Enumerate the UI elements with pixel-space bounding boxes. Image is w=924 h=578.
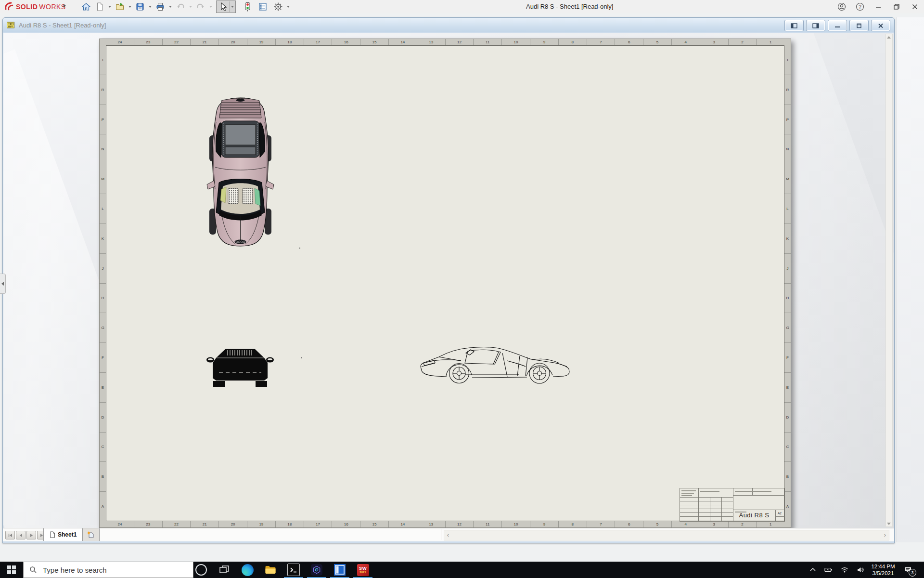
zone-label: 3 [700,39,728,45]
scroll-left-arrow[interactable]: ‹ [444,531,452,539]
add-sheet-icon [87,531,95,538]
graphics-viewport[interactable]: 242322212019181716151413121110987654321 … [3,33,894,528]
save-button[interactable] [134,1,146,13]
zone-label: 16 [332,521,360,527]
taskbar-item-cortana[interactable] [190,562,213,578]
new-file-button[interactable] [93,1,106,13]
display-properties-button[interactable] [257,1,269,13]
print-dropdown[interactable] [167,1,173,13]
close-button[interactable] [909,1,921,13]
options-dropdown[interactable] [285,1,291,13]
menu-expander-arrow[interactable] [64,4,66,8]
zone-label: 7 [587,521,615,527]
search-input[interactable] [42,565,179,575]
taskbar-item-task-view[interactable] [213,562,236,578]
account-button[interactable] [835,1,848,13]
zone-label: P [784,105,791,134]
zone-label: L [784,194,791,223]
start-button[interactable] [0,562,23,578]
minimize-button[interactable] [872,1,885,13]
zone-label: B [100,461,106,491]
scroll-up-arrow[interactable] [886,34,891,40]
system-tray: 12:44 PM 3/5/2021 3 [805,562,917,578]
taskbar-item-solidworks[interactable]: SW 2021 [351,562,374,578]
zone-label: J [100,253,106,283]
zone-label: 6 [615,521,643,527]
taskbar-item-file-explorer[interactable] [259,562,282,578]
zone-label: K [100,223,106,253]
tab-sheet1[interactable]: Sheet1 [43,528,83,541]
taskbar-item-3d-viewer[interactable] [305,562,328,578]
zone-label: 13 [417,521,445,527]
taskbar-clock[interactable]: 12:44 PM 3/5/2021 [868,563,898,577]
view-anchor-dot [299,248,300,249]
home-button[interactable] [80,1,92,13]
taskbar-search[interactable] [23,562,193,578]
undo-icon [176,2,185,12]
vertical-scrollbar[interactable] [886,34,893,527]
taskbar-item-edge[interactable] [236,562,259,578]
print-button[interactable] [154,1,167,13]
3d-viewer-icon [311,564,322,576]
wifi-button[interactable] [836,562,852,578]
save-dropdown[interactable] [147,1,153,13]
document-titlebar[interactable]: Audi R8 S - Sheet1 [Read-only] [3,18,894,32]
first-sheet-button[interactable] [5,531,15,539]
task-pane-collapsed[interactable] [896,17,924,542]
select-tool-dropdown[interactable] [230,1,235,13]
doc-restore-button[interactable] [849,20,869,31]
rebuild-button[interactable] [241,1,254,13]
hidden-icons-button[interactable] [805,562,821,578]
taskbar-item-photos[interactable] [328,562,351,578]
zone-label: 10 [501,39,530,45]
new-file-dropdown[interactable] [107,1,113,13]
restore-button[interactable] [890,1,903,13]
zone-label: 18 [275,521,304,527]
next-sheet-button[interactable] [26,531,36,539]
open-button[interactable] [114,1,126,13]
doc-close-button[interactable] [871,20,890,31]
undo-button[interactable] [174,1,187,13]
quick-access-toolbar [80,1,291,13]
zone-label: 6 [615,39,643,45]
zone-label: 24 [106,39,134,45]
undo-dropdown[interactable] [188,1,193,13]
rebuild-traffic-light-icon [243,2,252,12]
action-center-button[interactable]: 3 [898,562,917,578]
volume-button[interactable] [852,562,868,578]
drawing-view-top[interactable] [205,95,275,249]
pane-left-button[interactable] [784,20,804,31]
add-sheet-tab[interactable] [83,528,100,541]
select-tool-button[interactable] [216,0,236,13]
drawing-document-icon [6,21,15,29]
new-file-icon [95,2,104,12]
zone-label: 19 [247,39,275,45]
chevron-up-icon [809,566,817,574]
tab-scroll-splitter[interactable] [441,529,441,540]
app-title-text: Audi R8 S - Sheet1 [Read-only] [526,3,613,10]
help-button[interactable]: ? [854,1,866,13]
drawing-view-front[interactable] [206,342,274,388]
options-button[interactable] [272,1,284,13]
scroll-right-arrow[interactable]: › [881,531,889,539]
sheet-tabs: Sheet1 [43,528,100,541]
document-window-buttons [784,20,890,31]
zone-label: R [100,75,106,105]
zone-label: M [100,164,106,194]
solidworks-logo-icon [4,2,14,12]
doc-minimize-button[interactable] [828,20,847,31]
redo-button[interactable] [194,1,207,13]
prev-sheet-button[interactable] [16,531,26,539]
horizontal-scrollbar[interactable]: ‹ › [444,530,889,540]
battery-button[interactable] [821,562,836,578]
zone-label: 8 [558,521,587,527]
taskbar-item-command-prompt[interactable] [282,562,305,578]
open-dropdown[interactable] [127,1,133,13]
drawing-sheet[interactable]: 242322212019181716151413121110987654321 … [99,39,791,528]
featuremanager-collapse-arrow[interactable] [0,274,6,294]
zone-label: 7 [587,39,615,45]
redo-dropdown[interactable] [208,1,214,13]
drawing-view-side[interactable] [418,342,574,390]
pane-right-button[interactable] [806,20,825,31]
scroll-down-arrow[interactable] [886,521,891,526]
